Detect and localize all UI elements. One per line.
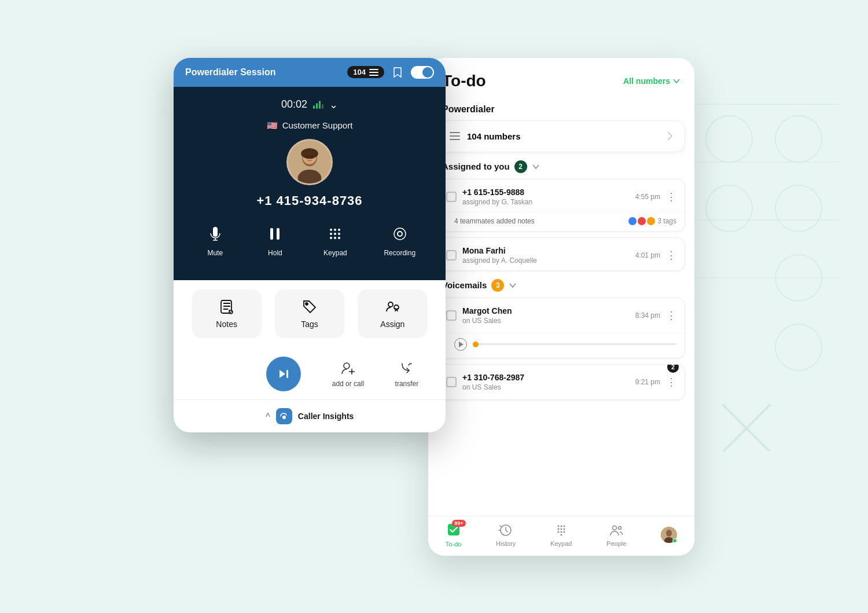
contact-checkbox[interactable]: [446, 192, 457, 202]
contact-phone: +1 615-155-9888: [462, 188, 630, 197]
footer-tags: 3 tags: [628, 217, 676, 225]
voicemails-chevron-icon[interactable]: [509, 281, 517, 289]
svg-line-10: [723, 405, 770, 452]
chevron-down-icon[interactable]: ⌄: [329, 98, 338, 111]
call-controls: Mute Hold: [185, 222, 434, 257]
header-right: 104: [347, 66, 434, 79]
assigned-chevron-icon[interactable]: [532, 163, 540, 171]
vm-phone-2: +1 310-768-2987: [462, 373, 630, 382]
tag-dots: [628, 217, 655, 225]
svg-point-57: [557, 531, 559, 533]
svg-line-11: [723, 405, 770, 452]
contact-info: +1 615-155-9888 assigned by G. Taskan: [462, 188, 630, 206]
todo-title: To-do: [442, 72, 486, 90]
todo-badge: 99+: [452, 520, 465, 527]
svg-point-39: [388, 302, 393, 307]
notes-button[interactable]: Notes: [192, 289, 262, 338]
transfer-button[interactable]: transfer: [395, 360, 419, 388]
svg-point-28: [334, 233, 336, 235]
phone-dialer-card: Powerdialer Session 104 00:: [174, 58, 446, 432]
history-icon: [498, 523, 513, 538]
skip-button[interactable]: [266, 357, 301, 391]
svg-point-26: [338, 229, 340, 231]
contact-card: +1 615-155-9888 assigned by G. Taskan 4:…: [437, 179, 685, 232]
vm-more-2[interactable]: ⋮: [666, 376, 676, 388]
menu-icon[interactable]: [369, 69, 378, 76]
nav-people[interactable]: People: [606, 523, 626, 547]
contact-info-2: Mona Farhi assigned by A. Coquelle: [462, 246, 630, 265]
mute-button[interactable]: Mute: [204, 222, 227, 257]
svg-point-58: [560, 531, 562, 533]
add-or-call-button[interactable]: add or call: [332, 360, 364, 388]
nav-profile[interactable]: [661, 527, 677, 543]
vm-time-1: 8:34 pm: [635, 311, 660, 320]
contact-time: 4:55 pm: [635, 193, 660, 201]
all-numbers-button[interactable]: All numbers: [623, 76, 681, 86]
bookmark-icon[interactable]: [391, 66, 404, 79]
recording-button[interactable]: Recording: [384, 222, 415, 257]
assigned-count-badge: 2: [514, 160, 527, 173]
nav-history[interactable]: History: [496, 523, 516, 547]
chevron-right-icon: [667, 131, 673, 141]
contact-time-2: 4:01 pm: [635, 251, 660, 259]
keypad-button[interactable]: Keypad: [323, 222, 347, 257]
more-icon[interactable]: ⋮: [666, 190, 676, 203]
svg-point-55: [560, 528, 562, 530]
voicemail-card-2: 2 +1 310-768-2987 on US Sales 9:21 pm ⋮: [437, 364, 685, 400]
bottom-controls: add or call transfer: [174, 347, 446, 399]
vm-main-2: +1 310-768-2987 on US Sales 9:21 pm ⋮: [438, 365, 685, 399]
play-button[interactable]: [454, 338, 467, 351]
svg-point-53: [563, 525, 565, 527]
toggle-switch[interactable]: [411, 66, 434, 79]
svg-point-56: [563, 528, 565, 530]
svg-point-62: [619, 526, 621, 529]
vm-sub-2: on US Sales: [462, 383, 630, 391]
svg-point-61: [613, 526, 617, 530]
svg-rect-13: [369, 72, 378, 73]
svg-point-8: [706, 116, 752, 162]
caller-insights-bar[interactable]: ^ Caller Insights: [174, 399, 446, 432]
keypad-icon: [554, 523, 569, 538]
svg-point-51: [557, 525, 559, 527]
todo-body: Powerdialer 104 numbers Assigned to you …: [428, 97, 694, 516]
contact-card-footer: 4 teammates added notes 3 tags: [438, 212, 685, 231]
audio-progress-bar[interactable]: [473, 343, 676, 345]
svg-point-59: [563, 531, 565, 533]
hold-button[interactable]: Hold: [263, 222, 286, 257]
powerdialer-title: Powerdialer Session: [185, 67, 276, 78]
tag-dot-blue: [628, 217, 637, 225]
voicemails-title: Voicemails: [442, 280, 487, 290]
tags-button[interactable]: Tags: [275, 289, 344, 338]
svg-point-43: [344, 363, 350, 369]
todo-header: To-do All numbers: [428, 58, 694, 97]
call-count-badge: 104: [347, 66, 384, 78]
nav-todo[interactable]: 99+ To-do: [446, 522, 462, 548]
contact-sub: assigned by G. Taskan: [462, 198, 630, 206]
people-icon: [609, 523, 624, 538]
assigned-header: Assigned to you 2: [442, 160, 681, 173]
more-icon-2[interactable]: ⋮: [666, 249, 676, 262]
chevron-up-icon: ^: [266, 412, 270, 421]
powerdialer-row[interactable]: 104 numbers: [437, 120, 685, 152]
assign-button[interactable]: Assign: [358, 289, 427, 338]
vm-sub-1: on US Sales: [462, 317, 630, 325]
svg-point-25: [334, 229, 336, 231]
contact-checkbox-2[interactable]: [446, 250, 457, 260]
vm-checkbox-2[interactable]: [446, 377, 457, 387]
svg-point-32: [338, 237, 340, 239]
vm-more-1[interactable]: ⋮: [666, 309, 676, 322]
vm-checkbox-1[interactable]: [446, 310, 457, 321]
call-timer: 00:02: [281, 98, 307, 111]
nav-keypad[interactable]: Keypad: [550, 523, 572, 547]
vm-main-1: Margot Chen on US Sales 8:34 pm ⋮: [438, 298, 685, 333]
svg-point-27: [330, 233, 332, 235]
svg-point-21: [311, 155, 313, 157]
online-indicator: [672, 538, 677, 543]
svg-point-7: [775, 324, 822, 370]
svg-point-4: [775, 116, 822, 162]
svg-point-35: [398, 232, 402, 236]
svg-point-38: [306, 303, 308, 305]
todo-panel: To-do All numbers Powerdialer 104 number…: [428, 58, 694, 556]
svg-point-19: [301, 148, 318, 159]
svg-point-5: [775, 185, 822, 232]
